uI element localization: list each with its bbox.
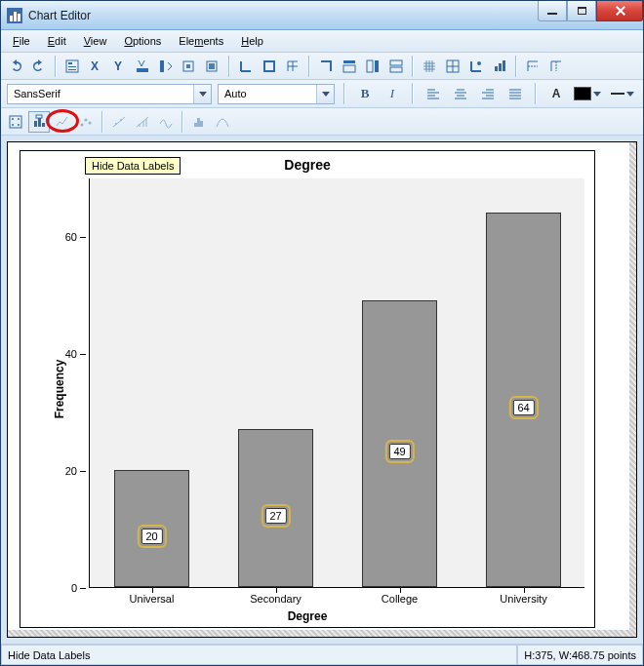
menu-elements[interactable]: Elements (171, 33, 231, 49)
axis-props-button[interactable] (465, 56, 487, 77)
svg-rect-13 (343, 60, 355, 63)
svg-rect-6 (137, 68, 148, 72)
distribution-icon[interactable] (212, 111, 233, 133)
legend-stack-button[interactable] (385, 56, 407, 77)
ref-line-v-button[interactable] (545, 56, 567, 77)
font-family-dropdown-icon[interactable] (193, 85, 211, 103)
menu-options[interactable]: Options (116, 33, 169, 49)
data-label[interactable]: 27 (264, 508, 286, 524)
data-labels-button[interactable] (28, 111, 50, 133)
close-button[interactable] (596, 1, 643, 21)
svg-point-20 (477, 61, 481, 65)
axes-frame-button[interactable] (259, 56, 280, 77)
show-grid-button[interactable] (442, 56, 463, 77)
align-right-button[interactable] (477, 83, 499, 104)
tooltip-hide-labels: Hide Data Labels (85, 157, 181, 175)
x-tick-label[interactable]: University (500, 593, 546, 605)
data-label[interactable]: 64 (512, 400, 534, 415)
font-family-value: SansSerif (8, 88, 193, 99)
data-id-button[interactable] (179, 56, 200, 77)
line-chart-icon[interactable] (52, 111, 73, 133)
svg-rect-17 (390, 60, 402, 65)
font-size-combo[interactable]: Auto (218, 84, 335, 104)
menu-edit[interactable]: Edit (40, 33, 74, 49)
align-left-button[interactable] (423, 83, 444, 104)
svg-rect-9 (186, 64, 190, 68)
chart-type-toolbar (1, 108, 643, 136)
svg-rect-14 (343, 65, 355, 72)
y-axis-button[interactable]: Y (108, 56, 130, 77)
select-tool-icon[interactable] (5, 111, 26, 133)
italic-button[interactable]: I (382, 83, 403, 104)
svg-point-35 (89, 121, 92, 124)
x-axis-button[interactable]: X (85, 56, 106, 77)
maximize-button[interactable] (567, 1, 596, 21)
line-style-button[interactable] (608, 83, 637, 104)
format-toolbar: SansSerif Auto B I A (1, 80, 643, 108)
svg-rect-32 (36, 115, 42, 118)
svg-rect-29 (34, 121, 37, 127)
data-label[interactable]: 49 (388, 444, 410, 459)
align-center-button[interactable] (450, 83, 471, 104)
scatter-icon[interactable] (75, 111, 97, 133)
fill-color-button[interactable] (573, 83, 602, 104)
select-x-button[interactable] (132, 56, 153, 77)
svg-rect-24 (10, 116, 21, 128)
data-label[interactable]: 20 (141, 529, 162, 544)
menu-file[interactable]: File (5, 33, 38, 49)
chart-canvas[interactable]: Hide Data Labels Degree Frequency 20Univ… (20, 150, 595, 628)
grid-small-button[interactable] (419, 56, 440, 77)
select-y-button[interactable] (155, 56, 177, 77)
font-family-combo[interactable]: SansSerif (7, 84, 212, 104)
y-tick (80, 588, 86, 589)
svg-point-26 (18, 118, 20, 120)
legend-top-button[interactable] (339, 56, 360, 77)
x-tick-label[interactable]: Secondary (250, 593, 302, 605)
svg-rect-1 (68, 62, 72, 64)
svg-point-37 (120, 119, 122, 121)
titlebar: Chart Editor (1, 1, 643, 30)
svg-rect-23 (503, 60, 505, 71)
svg-rect-18 (390, 67, 402, 72)
y-tick (80, 354, 86, 355)
align-justify-button[interactable] (504, 83, 526, 104)
svg-point-33 (81, 123, 84, 126)
minimize-button[interactable] (538, 1, 567, 21)
properties-button[interactable] (61, 56, 83, 77)
font-size-dropdown-icon[interactable] (316, 85, 334, 103)
svg-point-36 (115, 123, 117, 125)
text-color-button[interactable]: A (545, 83, 567, 104)
plot-area[interactable]: 20Universal27Secondary49College64Univers… (89, 178, 584, 588)
gridlines-button[interactable] (282, 56, 303, 77)
redo-button[interactable] (28, 56, 50, 77)
y-tick-label: 60 (48, 231, 77, 243)
svg-rect-16 (367, 60, 373, 72)
svg-rect-7 (160, 60, 164, 72)
histogram-icon[interactable] (188, 111, 210, 133)
svg-rect-3 (68, 69, 76, 70)
y-axis-label[interactable]: Frequency (53, 360, 66, 419)
fit-line-icon[interactable] (108, 111, 130, 133)
y-tick (80, 237, 86, 238)
x-tick-label[interactable]: College (382, 593, 418, 605)
bold-button[interactable]: B (354, 83, 376, 104)
x-axis-label[interactable]: Degree (20, 609, 594, 623)
svg-point-28 (18, 124, 20, 126)
menu-view[interactable]: View (76, 33, 115, 49)
data-id-mode-button[interactable] (202, 56, 223, 77)
legend-right-button[interactable] (362, 56, 383, 77)
chart-frame[interactable]: Hide Data Labels Degree Frequency 20Univ… (7, 141, 637, 638)
window-title: Chart Editor (28, 9, 91, 22)
fit-spike-icon[interactable] (132, 111, 153, 133)
transpose-button[interactable] (315, 56, 337, 77)
axes-origin-button[interactable] (235, 56, 257, 77)
svg-point-27 (12, 124, 14, 126)
menu-help[interactable]: Help (233, 33, 271, 49)
interpolation-icon[interactable] (155, 111, 177, 133)
y-tick-label: 0 (48, 582, 77, 594)
x-tick-label[interactable]: Universal (130, 593, 175, 605)
bar-options-button[interactable] (489, 56, 510, 77)
ref-line-h-button[interactable] (522, 56, 543, 77)
undo-button[interactable] (5, 56, 26, 77)
svg-point-25 (12, 118, 14, 120)
